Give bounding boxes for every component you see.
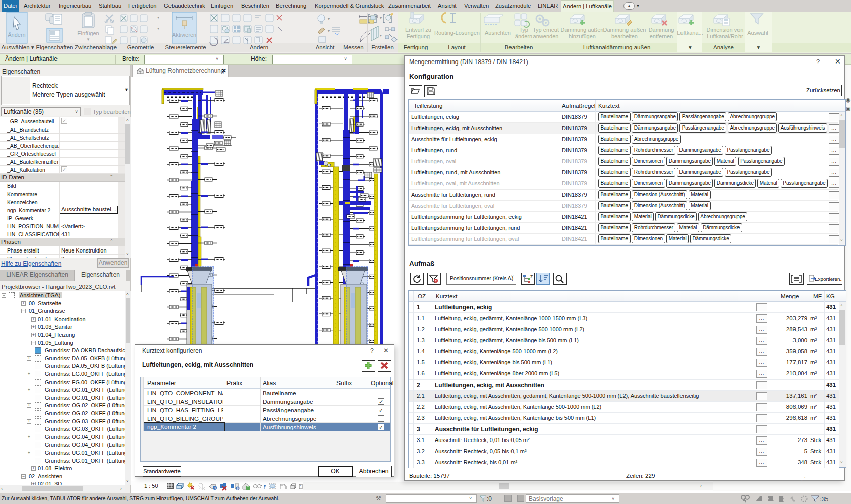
svg-text:Dämmung außen: Dämmung außen xyxy=(603,27,646,33)
svg-text::0: :0 xyxy=(487,495,492,502)
svg-text:Aktivieren: Aktivieren xyxy=(172,32,196,38)
svg-text:▾: ▾ xyxy=(157,15,159,20)
svg-text:Typ erneut: Typ erneut xyxy=(533,27,559,33)
svg-text:anwenden: anwenden xyxy=(533,33,559,39)
svg-text:hinzufügen: hinzufügen xyxy=(569,33,596,39)
svg-text:Einfügen: Einfügen xyxy=(77,30,99,36)
svg-text:Entwurf zu: Entwurf zu xyxy=(405,27,431,33)
svg-text:Ändern: Ändern xyxy=(8,32,25,38)
svg-text:Dimension von: Dimension von xyxy=(707,27,744,33)
svg-text:Typ: Typ xyxy=(519,27,528,33)
svg-text:Routing-Lösungen: Routing-Lösungen xyxy=(434,30,480,36)
svg-text:Fertigung: Fertigung xyxy=(407,33,430,39)
svg-text:▾: ▾ xyxy=(380,16,382,20)
svg-text:▾: ▾ xyxy=(157,26,159,31)
svg-text:Σ: Σ xyxy=(530,274,533,279)
svg-text:Auswahl: Auswahl xyxy=(747,30,768,36)
svg-text:Luftkanal/Rohr: Luftkanal/Rohr xyxy=(707,33,743,39)
svg-text:entfernen: entfernen xyxy=(650,33,673,39)
svg-text:ändern: ändern xyxy=(515,33,532,39)
svg-text:9: 9 xyxy=(214,486,216,490)
svg-text:bearbeiten: bearbeiten xyxy=(611,33,638,39)
svg-text:▾: ▾ xyxy=(328,17,330,21)
svg-text:Dämmung: Dämmung xyxy=(649,27,674,33)
svg-text:Luftkana...: Luftkana... xyxy=(677,30,703,36)
svg-text:9: 9 xyxy=(237,487,239,490)
svg-text:▾: ▾ xyxy=(380,33,382,38)
svg-text:Ausrichten: Ausrichten xyxy=(485,30,511,36)
svg-text::35: :35 xyxy=(820,496,828,503)
svg-text:Dämmung außen: Dämmung außen xyxy=(561,27,604,33)
svg-text:▾: ▾ xyxy=(328,29,330,33)
svg-text:▼: ▼ xyxy=(86,37,90,42)
